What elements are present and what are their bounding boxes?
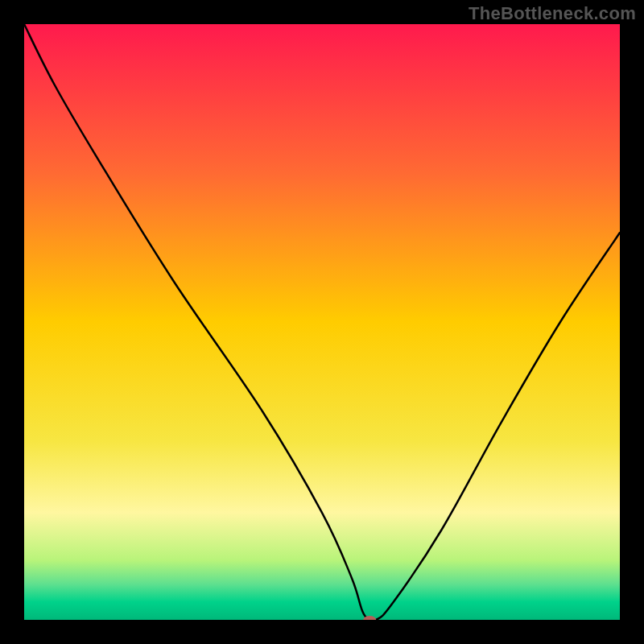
plot-area <box>24 24 620 620</box>
bottleneck-chart <box>24 24 620 620</box>
chart-frame: TheBottleneck.com <box>0 0 644 644</box>
watermark-text: TheBottleneck.com <box>469 3 636 24</box>
gradient-background <box>24 24 620 620</box>
